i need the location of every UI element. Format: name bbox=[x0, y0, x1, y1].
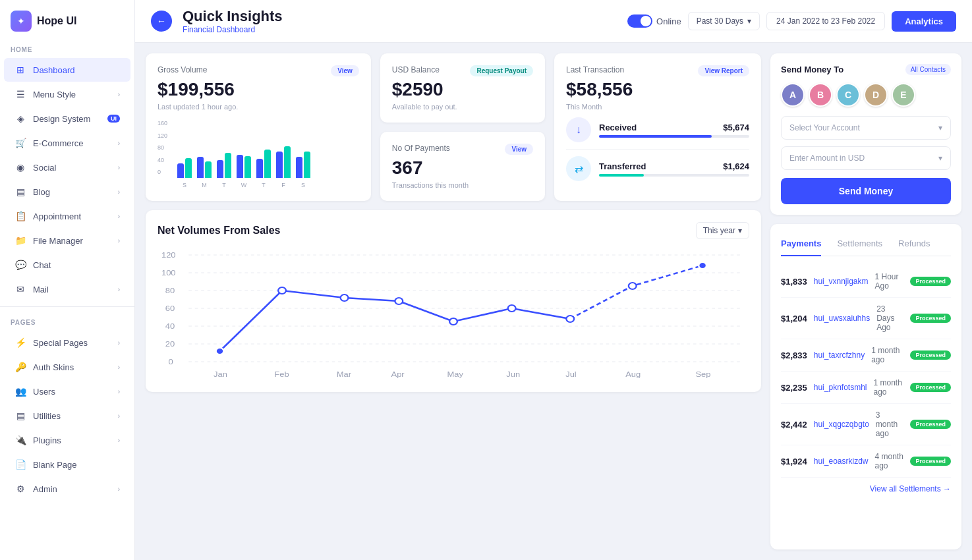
sidebar-item-e-commerce[interactable]: 🛒 E-Commerce › bbox=[4, 131, 130, 155]
sidebar-item-blog[interactable]: ▤ Blog › bbox=[4, 180, 130, 204]
sidebar-divider bbox=[0, 306, 134, 307]
no-payments-label: No Of Payments bbox=[392, 144, 450, 153]
year-select-button[interactable]: This year ▾ bbox=[696, 222, 749, 239]
payment-id[interactable]: hui_uwsxaiuhhs bbox=[814, 314, 870, 323]
online-toggle[interactable]: Online bbox=[627, 14, 681, 28]
contact-avatar-3[interactable]: C bbox=[836, 83, 860, 107]
contact-avatar-4[interactable]: D bbox=[864, 83, 888, 107]
sidebar-item-label: Plugins bbox=[33, 435, 61, 445]
sidebar-item-admin[interactable]: ⚙ Admin › bbox=[4, 477, 130, 501]
analytics-button[interactable]: Analytics bbox=[892, 11, 956, 32]
amount-input-field[interactable]: Enter Amount in USD ▾ bbox=[781, 146, 951, 170]
sidebar-item-appointment[interactable]: 📋 Appointment › bbox=[4, 204, 130, 228]
chevron-icon: › bbox=[118, 188, 120, 196]
view-gross-button[interactable]: View bbox=[331, 65, 359, 76]
sidebar-item-social[interactable]: ◉ Social › bbox=[4, 155, 130, 179]
toggle-switch[interactable] bbox=[627, 14, 652, 28]
svg-text:20: 20 bbox=[165, 340, 175, 349]
payment-amount: $2,235 bbox=[781, 383, 807, 393]
date-range-display: 24 Jan 2022 to 23 Feb 2022 bbox=[766, 12, 885, 30]
payment-time: 1 month ago bbox=[871, 346, 903, 364]
bar-group-2 bbox=[197, 157, 212, 178]
bar-chart-container: 160 120 80 40 0 bbox=[157, 120, 359, 188]
payment-id[interactable]: hui_eoasrkizdw bbox=[814, 457, 869, 466]
chevron-icon: › bbox=[118, 164, 120, 171]
sidebar-item-users[interactable]: 👥 Users › bbox=[4, 379, 130, 403]
contact-avatar-2[interactable]: B bbox=[809, 83, 832, 107]
payment-id[interactable]: hui_pknfotsmhl bbox=[814, 383, 867, 392]
back-button[interactable]: ← bbox=[151, 11, 172, 32]
dropdown-arrow-icon: ▾ bbox=[738, 226, 742, 235]
view-payments-button[interactable]: View bbox=[505, 144, 533, 155]
sidebar-item-mail[interactable]: ✉ Mail › bbox=[4, 277, 130, 301]
sidebar-item-chat[interactable]: 💬 Chat bbox=[4, 253, 130, 277]
tab-payments[interactable]: Payments bbox=[781, 235, 821, 256]
received-transaction: ↓ Received $5,674 bbox=[566, 111, 749, 149]
send-money-button[interactable]: Send Money bbox=[781, 178, 951, 204]
payment-row: $2,235 hui_pknfotsmhl 1 month ago Proces… bbox=[781, 372, 951, 404]
x-axis-labels: S M T W T F S bbox=[157, 182, 359, 188]
select-account-placeholder: Select Your Account bbox=[789, 123, 860, 132]
sidebar-item-design-system[interactable]: ◈ Design System UI bbox=[4, 107, 130, 130]
line-chart: 120 100 80 60 40 20 0 bbox=[157, 248, 749, 380]
sidebar-item-dashboard[interactable]: ⊞ Dashboard bbox=[4, 58, 130, 82]
sidebar-item-utilities[interactable]: ▤ Utilities › bbox=[4, 404, 130, 428]
logo[interactable]: ✦ Hope UI bbox=[0, 0, 134, 40]
transferred-progress-bar bbox=[599, 174, 644, 177]
payment-time: 1 Hour Ago bbox=[874, 272, 903, 291]
last-txn-value: $58,556 bbox=[566, 79, 749, 100]
tab-settlements[interactable]: Settlements bbox=[837, 235, 882, 256]
svg-text:120: 120 bbox=[161, 251, 176, 260]
sidebar-item-label: Special Pages bbox=[33, 338, 88, 348]
status-badge: Processed bbox=[910, 314, 951, 323]
status-badge: Processed bbox=[910, 457, 951, 466]
payment-row: $1,924 hui_eoasrkizdw 4 month ago Proces… bbox=[781, 445, 951, 478]
sidebar-item-label: Dashboard bbox=[33, 65, 75, 75]
contact-avatar-5[interactable]: E bbox=[892, 83, 915, 107]
dropdown-arrow-icon: ▾ bbox=[938, 123, 942, 132]
dropdown-arrow-icon: ▾ bbox=[747, 16, 751, 26]
sidebar-item-label: Chat bbox=[33, 260, 51, 270]
request-payout-button[interactable]: Request Payout bbox=[470, 65, 533, 76]
svg-text:40: 40 bbox=[165, 322, 175, 331]
received-label: Received bbox=[599, 123, 723, 132]
sidebar-item-plugins[interactable]: 🔌 Plugins › bbox=[4, 428, 130, 452]
right-column: Send Money To All Contacts A B C D E Sel… bbox=[770, 53, 961, 549]
all-contacts-button[interactable]: All Contacts bbox=[905, 64, 951, 75]
svg-point-20 bbox=[566, 316, 574, 322]
payment-row: $1,833 hui_vxnnjigakm 1 Hour Ago Process… bbox=[781, 266, 951, 298]
no-payments-meta: Transactions this month bbox=[392, 181, 533, 189]
sidebar-item-blank-page[interactable]: 📄 Blank Page bbox=[4, 453, 130, 476]
sidebar-item-menu-style[interactable]: ☰ Menu Style › bbox=[4, 82, 130, 106]
page-title: Quick Insights bbox=[183, 8, 617, 25]
date-range-button[interactable]: Past 30 Days ▾ bbox=[688, 12, 760, 30]
select-account-field[interactable]: Select Your Account ▾ bbox=[781, 116, 951, 140]
view-all-settlements-link[interactable]: View all Settlements → bbox=[870, 484, 951, 493]
payment-id[interactable]: hui_vxnnjigakm bbox=[814, 277, 869, 286]
bar-group-6 bbox=[276, 146, 291, 178]
sidebar-item-label: Blog bbox=[33, 187, 50, 197]
view-report-button[interactable]: View Report bbox=[698, 65, 749, 76]
no-payments-card: No Of Payments View 367 Transactions thi… bbox=[380, 132, 545, 201]
status-badge: Processed bbox=[910, 277, 951, 286]
transferred-progress-wrap bbox=[599, 174, 749, 177]
chart-header: Net Volumes From Sales This year ▾ bbox=[157, 222, 749, 239]
svg-point-21 bbox=[629, 283, 637, 289]
svg-point-22 bbox=[699, 262, 706, 269]
payment-amount: $1,833 bbox=[781, 277, 807, 287]
payment-amount: $1,924 bbox=[781, 457, 807, 466]
mail-icon: ✉ bbox=[14, 283, 26, 295]
sidebar-item-auth-skins[interactable]: 🔑 Auth Skins › bbox=[4, 355, 130, 379]
online-label: Online bbox=[656, 16, 681, 26]
bar-group-3 bbox=[217, 153, 231, 178]
chart-title: Net Volumes From Sales bbox=[157, 225, 280, 237]
payment-id[interactable]: hui_taxrcfzhny bbox=[814, 350, 865, 360]
middle-cards: USD Balance Request Payout $2590 Availab… bbox=[380, 53, 545, 201]
contact-avatar-1[interactable]: A bbox=[781, 83, 805, 107]
special-pages-icon: ⚡ bbox=[14, 337, 26, 349]
sidebar-item-file-manager[interactable]: 📁 File Manager › bbox=[4, 229, 130, 252]
chevron-icon: › bbox=[118, 388, 120, 395]
sidebar-item-special-pages[interactable]: ⚡ Special Pages › bbox=[4, 331, 130, 354]
payment-id[interactable]: hui_xqgczqbgto bbox=[814, 420, 869, 429]
tab-refunds[interactable]: Refunds bbox=[898, 235, 930, 256]
